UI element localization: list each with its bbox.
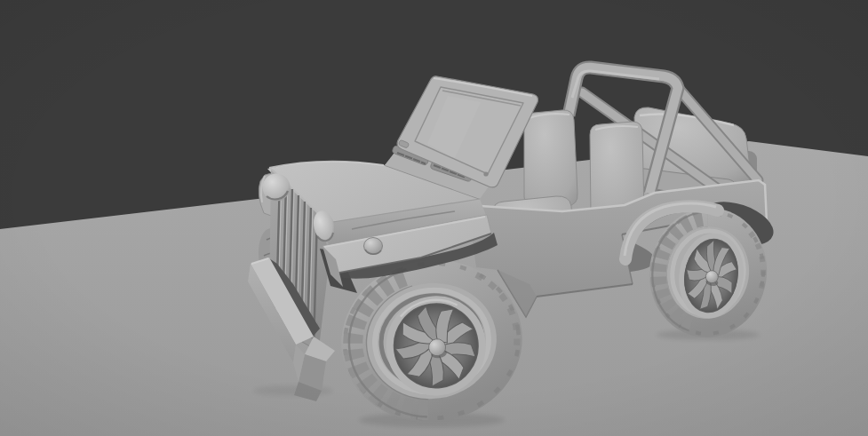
- vignette: [0, 0, 868, 436]
- 3d-viewport[interactable]: [0, 0, 868, 436]
